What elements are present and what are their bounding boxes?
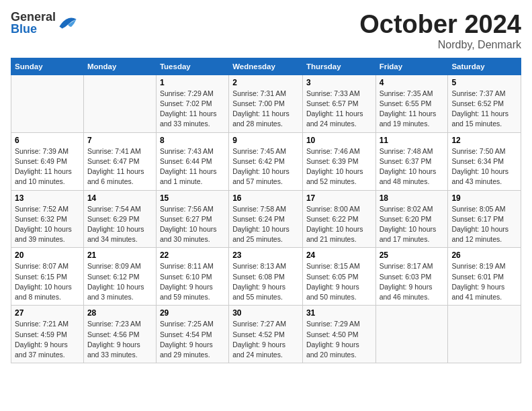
calendar-cell: 19Sunrise: 8:05 AM Sunset: 6:17 PM Dayli… — [448, 190, 521, 248]
day-number: 30 — [232, 308, 299, 318]
day-info: Sunrise: 7:41 AM Sunset: 6:47 PM Dayligh… — [87, 146, 152, 187]
calendar-cell — [375, 306, 448, 363]
calendar-cell: 26Sunrise: 8:19 AM Sunset: 6:01 PM Dayli… — [448, 248, 521, 306]
day-info: Sunrise: 8:11 AM Sunset: 6:10 PM Dayligh… — [160, 261, 225, 302]
day-number: 15 — [160, 193, 225, 203]
logo-blue-text: Blue — [11, 23, 56, 35]
day-info: Sunrise: 8:09 AM Sunset: 6:12 PM Dayligh… — [87, 261, 152, 302]
day-info: Sunrise: 7:45 AM Sunset: 6:42 PM Dayligh… — [232, 146, 299, 187]
day-header-saturday: Saturday — [448, 58, 521, 75]
calendar-cell: 4Sunrise: 7:35 AM Sunset: 6:55 PM Daylig… — [375, 75, 448, 132]
calendar-cell: 12Sunrise: 7:50 AM Sunset: 6:34 PM Dayli… — [448, 132, 521, 190]
calendar-week-row: 1Sunrise: 7:29 AM Sunset: 7:02 PM Daylig… — [11, 75, 521, 132]
day-number: 25 — [380, 250, 445, 260]
day-number: 14 — [87, 193, 152, 203]
logo-bird-icon — [58, 16, 77, 30]
title-area: October 2024 Nordby, Denmark — [359, 11, 521, 51]
calendar-week-row: 20Sunrise: 8:07 AM Sunset: 6:15 PM Dayli… — [11, 248, 521, 306]
day-info: Sunrise: 7:56 AM Sunset: 6:27 PM Dayligh… — [160, 204, 225, 245]
day-info: Sunrise: 8:17 AM Sunset: 6:03 PM Dayligh… — [380, 261, 445, 302]
day-info: Sunrise: 7:37 AM Sunset: 6:52 PM Dayligh… — [451, 89, 517, 130]
calendar-cell: 28Sunrise: 7:23 AM Sunset: 4:56 PM Dayli… — [83, 306, 156, 363]
day-number: 29 — [160, 308, 225, 318]
calendar-cell: 29Sunrise: 7:25 AM Sunset: 4:54 PM Dayli… — [156, 306, 228, 363]
day-info: Sunrise: 8:07 AM Sunset: 6:15 PM Dayligh… — [15, 261, 80, 302]
day-number: 21 — [87, 250, 152, 260]
day-info: Sunrise: 8:19 AM Sunset: 6:01 PM Dayligh… — [451, 261, 517, 302]
logo-general-text: General — [11, 11, 56, 23]
day-number: 20 — [15, 250, 80, 260]
day-number: 10 — [306, 136, 372, 145]
calendar-cell: 11Sunrise: 7:48 AM Sunset: 6:37 PM Dayli… — [375, 132, 448, 190]
day-number: 28 — [87, 308, 152, 318]
calendar-cell: 13Sunrise: 7:52 AM Sunset: 6:32 PM Dayli… — [11, 190, 84, 248]
calendar-cell: 24Sunrise: 8:15 AM Sunset: 6:05 PM Dayli… — [302, 248, 375, 306]
calendar-cell: 10Sunrise: 7:46 AM Sunset: 6:39 PM Dayli… — [302, 132, 375, 190]
calendar-cell: 8Sunrise: 7:43 AM Sunset: 6:44 PM Daylig… — [156, 132, 228, 190]
day-info: Sunrise: 7:27 AM Sunset: 4:52 PM Dayligh… — [232, 319, 299, 360]
day-info: Sunrise: 7:52 AM Sunset: 6:32 PM Dayligh… — [15, 204, 80, 245]
location-subtitle: Nordby, Denmark — [359, 39, 521, 51]
calendar-header-row: SundayMondayTuesdayWednesdayThursdayFrid… — [11, 58, 521, 75]
day-number: 27 — [15, 308, 80, 318]
day-number: 9 — [232, 136, 299, 145]
calendar-cell: 3Sunrise: 7:33 AM Sunset: 6:57 PM Daylig… — [302, 75, 375, 132]
calendar-week-row: 13Sunrise: 7:52 AM Sunset: 6:32 PM Dayli… — [11, 190, 521, 248]
day-info: Sunrise: 7:58 AM Sunset: 6:24 PM Dayligh… — [232, 204, 299, 245]
calendar-cell: 5Sunrise: 7:37 AM Sunset: 6:52 PM Daylig… — [448, 75, 521, 132]
calendar-cell: 2Sunrise: 7:31 AM Sunset: 7:00 PM Daylig… — [229, 75, 303, 132]
calendar-cell: 17Sunrise: 8:00 AM Sunset: 6:22 PM Dayli… — [302, 190, 375, 248]
calendar-cell: 23Sunrise: 8:13 AM Sunset: 6:08 PM Dayli… — [229, 248, 303, 306]
day-number: 4 — [380, 78, 445, 87]
day-number: 26 — [451, 250, 517, 260]
calendar-week-row: 6Sunrise: 7:39 AM Sunset: 6:49 PM Daylig… — [11, 132, 521, 190]
day-info: Sunrise: 8:00 AM Sunset: 6:22 PM Dayligh… — [306, 204, 372, 245]
day-info: Sunrise: 7:31 AM Sunset: 7:00 PM Dayligh… — [232, 89, 299, 130]
day-info: Sunrise: 7:33 AM Sunset: 6:57 PM Dayligh… — [306, 89, 372, 130]
day-info: Sunrise: 8:15 AM Sunset: 6:05 PM Dayligh… — [306, 261, 372, 302]
calendar-cell: 1Sunrise: 7:29 AM Sunset: 7:02 PM Daylig… — [156, 75, 228, 132]
day-number: 19 — [451, 193, 517, 203]
day-info: Sunrise: 7:43 AM Sunset: 6:44 PM Dayligh… — [160, 146, 225, 187]
day-info: Sunrise: 7:35 AM Sunset: 6:55 PM Dayligh… — [380, 89, 445, 130]
day-info: Sunrise: 8:02 AM Sunset: 6:20 PM Dayligh… — [380, 204, 445, 245]
calendar-cell: 16Sunrise: 7:58 AM Sunset: 6:24 PM Dayli… — [229, 190, 303, 248]
header: General Blue October 2024 Nordby, Denmar… — [11, 11, 521, 51]
calendar-cell: 25Sunrise: 8:17 AM Sunset: 6:03 PM Dayli… — [375, 248, 448, 306]
day-info: Sunrise: 7:48 AM Sunset: 6:37 PM Dayligh… — [380, 146, 445, 187]
calendar-cell — [11, 75, 84, 132]
day-number: 18 — [380, 193, 445, 203]
calendar-cell: 18Sunrise: 8:02 AM Sunset: 6:20 PM Dayli… — [375, 190, 448, 248]
day-info: Sunrise: 7:54 AM Sunset: 6:29 PM Dayligh… — [87, 204, 152, 245]
day-info: Sunrise: 7:23 AM Sunset: 4:56 PM Dayligh… — [87, 319, 152, 360]
day-header-sunday: Sunday — [11, 58, 84, 75]
day-info: Sunrise: 8:13 AM Sunset: 6:08 PM Dayligh… — [232, 261, 299, 302]
calendar-cell: 21Sunrise: 8:09 AM Sunset: 6:12 PM Dayli… — [83, 248, 156, 306]
calendar-cell: 15Sunrise: 7:56 AM Sunset: 6:27 PM Dayli… — [156, 190, 228, 248]
calendar-table: SundayMondayTuesdayWednesdayThursdayFrid… — [11, 58, 521, 363]
calendar-cell: 30Sunrise: 7:27 AM Sunset: 4:52 PM Dayli… — [229, 306, 303, 363]
calendar-cell: 27Sunrise: 7:21 AM Sunset: 4:59 PM Dayli… — [11, 306, 84, 363]
day-info: Sunrise: 8:05 AM Sunset: 6:17 PM Dayligh… — [451, 204, 517, 245]
day-number: 6 — [15, 136, 80, 145]
day-info: Sunrise: 7:50 AM Sunset: 6:34 PM Dayligh… — [451, 146, 517, 187]
calendar-cell — [448, 306, 521, 363]
calendar-cell: 9Sunrise: 7:45 AM Sunset: 6:42 PM Daylig… — [229, 132, 303, 190]
calendar-cell: 22Sunrise: 8:11 AM Sunset: 6:10 PM Dayli… — [156, 248, 228, 306]
day-number: 3 — [306, 78, 372, 87]
calendar-cell: 31Sunrise: 7:29 AM Sunset: 4:50 PM Dayli… — [302, 306, 375, 363]
day-header-friday: Friday — [375, 58, 448, 75]
logo: General Blue — [11, 11, 77, 35]
calendar-cell: 20Sunrise: 8:07 AM Sunset: 6:15 PM Dayli… — [11, 248, 84, 306]
day-number: 22 — [160, 250, 225, 260]
day-header-monday: Monday — [83, 58, 156, 75]
day-number: 24 — [306, 250, 372, 260]
day-info: Sunrise: 7:29 AM Sunset: 7:02 PM Dayligh… — [160, 89, 225, 130]
day-header-wednesday: Wednesday — [229, 58, 303, 75]
day-number: 16 — [232, 193, 299, 203]
day-info: Sunrise: 7:29 AM Sunset: 4:50 PM Dayligh… — [306, 319, 372, 360]
day-number: 2 — [232, 78, 299, 87]
day-number: 7 — [87, 136, 152, 145]
day-header-tuesday: Tuesday — [156, 58, 228, 75]
month-title: October 2024 — [359, 11, 521, 39]
